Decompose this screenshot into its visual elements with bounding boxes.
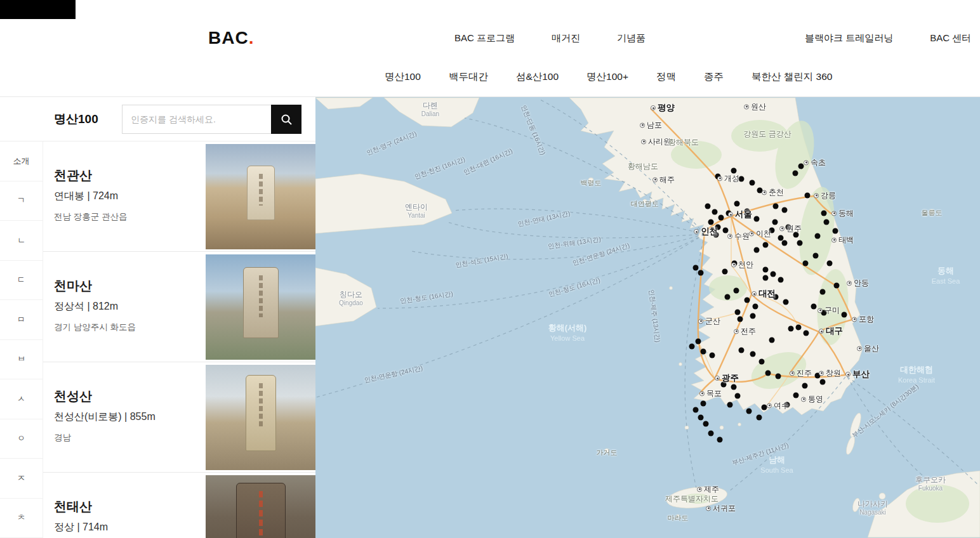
- mountain-marker[interactable]: [772, 220, 778, 225]
- mountain-marker[interactable]: [718, 215, 724, 221]
- mountain-marker[interactable]: [734, 201, 740, 207]
- mountain-marker[interactable]: [696, 339, 701, 344]
- tab-명산100[interactable]: 명산100: [385, 70, 421, 84]
- search-button[interactable]: [271, 105, 301, 134]
- mountain-marker[interactable]: [722, 269, 728, 275]
- mountain-marker[interactable]: [776, 374, 781, 379]
- tab-백두대간[interactable]: 백두대간: [449, 70, 488, 84]
- tab-명산100+[interactable]: 명산100+: [586, 70, 628, 84]
- mountain-marker[interactable]: [797, 240, 803, 246]
- mountain-photo[interactable]: [206, 475, 315, 538]
- mountain-marker[interactable]: [811, 304, 817, 310]
- index-ㅇ[interactable]: ㅇ: [0, 419, 43, 459]
- mountain-marker[interactable]: [842, 312, 847, 318]
- index-ㄷ[interactable]: ㄷ: [0, 261, 43, 301]
- tab-종주[interactable]: 종주: [704, 70, 724, 84]
- mountain-marker[interactable]: [804, 331, 809, 336]
- nav-블랙야크 트레일러닝[interactable]: 블랙야크 트레일러닝: [805, 32, 893, 44]
- mountain-marker[interactable]: [769, 338, 775, 343]
- list-item[interactable]: 천마산 정상석 | 812m 경기 남양주시 화도읍: [43, 252, 315, 362]
- mountain-marker[interactable]: [803, 261, 809, 266]
- mountain-marker[interactable]: [693, 407, 699, 413]
- mountain-marker[interactable]: [746, 409, 752, 414]
- mountain-marker[interactable]: [782, 240, 788, 246]
- mountain-marker[interactable]: [735, 310, 741, 315]
- nav-기념품[interactable]: 기념품: [617, 32, 646, 44]
- mountain-marker[interactable]: [782, 207, 788, 213]
- mountain-marker[interactable]: [771, 272, 776, 277]
- mountain-marker[interactable]: [705, 204, 711, 209]
- mountain-marker[interactable]: [805, 193, 811, 199]
- tab-정맥[interactable]: 정맥: [656, 70, 676, 84]
- mountain-marker[interactable]: [813, 253, 819, 259]
- mountain-marker[interactable]: [820, 379, 826, 385]
- logo[interactable]: BAC.: [208, 28, 254, 48]
- mountain-marker[interactable]: [717, 437, 723, 443]
- mountain-photo[interactable]: [206, 365, 315, 470]
- nav-BAC 센터[interactable]: BAC 센터: [930, 32, 971, 44]
- mountain-marker[interactable]: [763, 275, 769, 281]
- search-input[interactable]: [122, 105, 271, 134]
- mountain-marker[interactable]: [821, 211, 827, 216]
- mountain-marker[interactable]: [739, 348, 745, 353]
- nav-매거진[interactable]: 매거진: [552, 32, 580, 44]
- mountain-marker[interactable]: [731, 384, 737, 390]
- nav-BAC 프로그램[interactable]: BAC 프로그램: [454, 32, 515, 44]
- mountain-marker[interactable]: [834, 283, 840, 289]
- mountain-photo[interactable]: [206, 254, 315, 360]
- mountain-marker[interactable]: [738, 317, 743, 322]
- index-ㄱ[interactable]: ㄱ: [0, 181, 43, 221]
- index-ㅂ[interactable]: ㅂ: [0, 340, 43, 380]
- mountain-marker[interactable]: [703, 421, 709, 427]
- tab-섬&산100[interactable]: 섬&산100: [516, 70, 559, 84]
- mountain-marker[interactable]: [824, 220, 830, 225]
- mountain-marker[interactable]: [788, 326, 794, 332]
- mountain-photo[interactable]: [206, 144, 315, 249]
- map[interactable]: 원산평양남포사리원황해북도강원도 금강산황해남도해주백령도개성춘천속초강릉동해대…: [315, 97, 980, 538]
- mountain-marker[interactable]: [727, 402, 733, 408]
- mountain-marker[interactable]: [750, 351, 756, 357]
- mountain-marker[interactable]: [796, 325, 802, 331]
- mountain-marker[interactable]: [745, 298, 750, 303]
- mountain-marker[interactable]: [827, 261, 833, 266]
- mountain-marker[interactable]: [701, 401, 706, 407]
- mountain-marker[interactable]: [708, 431, 714, 436]
- mountain-marker[interactable]: [734, 288, 739, 294]
- mountain-marker[interactable]: [698, 270, 704, 276]
- index-ㅊ[interactable]: ㅊ: [0, 499, 43, 538]
- mountain-marker[interactable]: [710, 353, 715, 358]
- mountain-marker[interactable]: [693, 265, 699, 271]
- mountain-marker[interactable]: [689, 344, 695, 350]
- index-ㅈ[interactable]: ㅈ: [0, 459, 43, 499]
- mountain-marker[interactable]: [793, 393, 799, 398]
- list-item[interactable]: 천관산 연대봉 | 724m 전남 장흥군 관산읍: [43, 141, 315, 252]
- mountain-marker[interactable]: [763, 242, 769, 248]
- mountain-marker[interactable]: [753, 304, 758, 310]
- mountain-marker[interactable]: [725, 294, 731, 300]
- index-소개[interactable]: 소개: [0, 141, 43, 181]
- mountain-marker[interactable]: [735, 393, 741, 399]
- mountain-marker[interactable]: [778, 277, 784, 283]
- mountain-marker[interactable]: [773, 204, 779, 209]
- mountain-marker[interactable]: [698, 415, 704, 421]
- mountain-marker[interactable]: [754, 247, 760, 253]
- mountain-marker[interactable]: [759, 359, 765, 365]
- mountain-marker[interactable]: [712, 209, 718, 215]
- list-item[interactable]: 천성산 천성산(비로봉) | 855m 경남: [43, 362, 315, 473]
- index-ㅅ[interactable]: ㅅ: [0, 379, 43, 419]
- mountain-marker[interactable]: [708, 220, 714, 225]
- tab-북한산 챌린지 360[interactable]: 북한산 챌린지 360: [752, 70, 832, 84]
- mountain-marker[interactable]: [750, 313, 756, 319]
- mountain-marker[interactable]: [783, 299, 789, 305]
- list-item[interactable]: 천태산 정상 | 714m: [43, 473, 315, 538]
- mountain-marker[interactable]: [765, 371, 771, 376]
- mountain-marker[interactable]: [701, 349, 706, 355]
- mountain-marker[interactable]: [763, 267, 769, 273]
- mountain-marker[interactable]: [793, 171, 798, 176]
- index-ㅁ[interactable]: ㅁ: [0, 300, 43, 340]
- mountain-marker[interactable]: [815, 233, 821, 239]
- mountain-marker[interactable]: [757, 415, 762, 421]
- index-ㄴ[interactable]: ㄴ: [0, 221, 43, 261]
- mountain-marker[interactable]: [754, 216, 760, 222]
- mountain-marker[interactable]: [802, 383, 808, 389]
